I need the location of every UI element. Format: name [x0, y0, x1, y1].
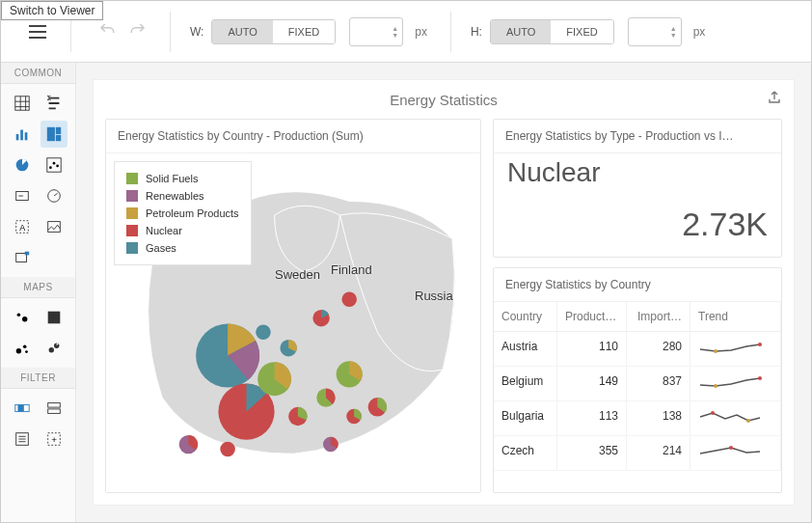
image-icon[interactable] [41, 213, 68, 240]
height-unit: px [693, 25, 706, 39]
sidebar-cat-maps: MAPS [1, 277, 75, 298]
svg-text:Σ: Σ [47, 95, 52, 102]
height-auto-button[interactable]: AUTO [491, 20, 551, 43]
top-toolbar: W: AUTO FIXED ▲▼ px H: AUTO FIXED ▲▼ px [1, 1, 811, 63]
svg-rect-24 [47, 317, 60, 323]
hamburger-icon [26, 20, 49, 43]
dashboard-title: Energy Statistics [390, 92, 498, 108]
svg-point-11 [52, 162, 55, 165]
width-input[interactable]: ▲▼ [349, 17, 403, 46]
scatter-icon[interactable] [41, 151, 68, 179]
table-row[interactable]: Belgium149837 [494, 367, 781, 401]
svg-point-53 [714, 349, 717, 353]
card-value: 2.73K [507, 206, 768, 243]
svg-point-41 [220, 442, 235, 457]
bar-chart-icon[interactable] [9, 121, 37, 148]
switch-viewer-tooltip: Switch to Viewer [1, 1, 103, 20]
svg-point-57 [746, 419, 750, 423]
width-fixed-button[interactable]: FIXED [273, 20, 335, 43]
svg-rect-2 [16, 134, 19, 140]
svg-rect-5 [47, 127, 55, 141]
sparkline-icon [698, 444, 764, 459]
svg-rect-7 [56, 135, 61, 141]
svg-point-20 [17, 314, 21, 317]
svg-point-52 [758, 343, 762, 346]
treemap-icon[interactable] [41, 121, 68, 148]
choropleth-icon[interactable] [41, 304, 68, 331]
table-row[interactable]: Bulgaria113138 [494, 401, 781, 436]
svg-point-27 [25, 350, 28, 353]
svg-point-54 [758, 376, 762, 380]
svg-rect-22 [47, 312, 53, 317]
height-input[interactable]: ▲▼ [628, 17, 682, 46]
export-button[interactable] [767, 90, 782, 108]
text-icon[interactable]: A [9, 213, 37, 240]
label-russia: Russia [415, 289, 453, 303]
svg-point-21 [22, 317, 27, 321]
card-panel-title: Energy Statistics by Type - Production v… [494, 120, 781, 153]
svg-point-26 [23, 344, 27, 348]
width-label: W: [190, 25, 203, 39]
height-fixed-button[interactable]: FIXED [551, 20, 612, 43]
svg-point-25 [16, 348, 21, 353]
bubble-map-icon[interactable] [9, 335, 37, 362]
svg-rect-19 [25, 252, 30, 256]
sparkline-icon [698, 374, 764, 390]
pie-map-icon[interactable] [41, 335, 68, 362]
combo-filter-icon[interactable] [41, 395, 68, 422]
height-mode-segmented[interactable]: AUTO FIXED [490, 19, 614, 44]
grid-panel[interactable]: Energy Statistics by Country Country Pro… [493, 267, 782, 493]
label-finland: Finland [331, 262, 372, 277]
svg-rect-31 [18, 404, 24, 411]
table-row[interactable]: Czech355214 [494, 436, 781, 471]
svg-point-55 [714, 384, 717, 388]
card-panel[interactable]: Energy Statistics by Type - Production v… [493, 119, 782, 258]
grid-panel-title: Energy Statistics by Country [494, 268, 781, 302]
svg-point-28 [48, 347, 53, 352]
svg-rect-4 [25, 132, 28, 140]
sidebar-cat-filter: FILTER [1, 368, 75, 389]
card-type: Nuclear [507, 157, 768, 188]
svg-point-12 [56, 165, 59, 168]
design-canvas[interactable]: Energy Statistics Energy Statistics by C… [76, 63, 811, 522]
bound-image-icon[interactable] [9, 244, 37, 271]
label-sweden: Sweden [275, 267, 320, 282]
pie-chart-icon[interactable] [9, 151, 37, 179]
svg-point-58 [729, 446, 733, 450]
tree-filter-icon[interactable]: + [41, 426, 68, 453]
svg-point-48 [341, 291, 357, 307]
width-auto-button[interactable]: AUTO [212, 20, 272, 43]
svg-rect-3 [20, 130, 23, 141]
svg-rect-33 [47, 409, 60, 414]
svg-point-56 [711, 411, 715, 415]
sidebar-cat-common: COMMON [1, 63, 75, 84]
height-label: H: [471, 25, 482, 39]
grid-header: Country Producti… Import… Trend [494, 302, 781, 332]
svg-rect-9 [47, 158, 61, 172]
width-unit: px [415, 25, 427, 39]
gauge-icon[interactable] [41, 182, 68, 209]
export-icon [767, 90, 782, 105]
redo-icon [129, 21, 147, 39]
geopoint-icon[interactable] [9, 304, 37, 331]
redo-button[interactable] [129, 21, 147, 41]
svg-rect-23 [54, 312, 60, 317]
svg-rect-0 [15, 96, 29, 110]
dashboard: Energy Statistics Energy Statistics by C… [94, 80, 794, 505]
width-mode-segmented[interactable]: AUTO FIXED [211, 19, 336, 44]
svg-point-10 [49, 166, 52, 169]
svg-rect-32 [47, 403, 60, 408]
svg-text:A: A [20, 223, 26, 233]
map-panel[interactable]: Energy Statistics by Country - Productio… [105, 119, 481, 493]
pivot-widget-icon[interactable]: Σ [41, 90, 68, 117]
undo-button[interactable] [98, 21, 116, 41]
sparkline-icon [698, 340, 764, 355]
grid-widget-icon[interactable] [9, 90, 37, 117]
range-filter-icon[interactable] [9, 395, 37, 422]
svg-text:+: + [51, 434, 57, 445]
table-row[interactable]: Austria110280 [494, 332, 781, 367]
card-icon[interactable] [9, 182, 37, 209]
sparkline-icon [698, 409, 764, 425]
component-sidebar: COMMON Σ A MAPS FILTER + [1, 63, 76, 522]
list-filter-icon[interactable] [9, 426, 37, 453]
